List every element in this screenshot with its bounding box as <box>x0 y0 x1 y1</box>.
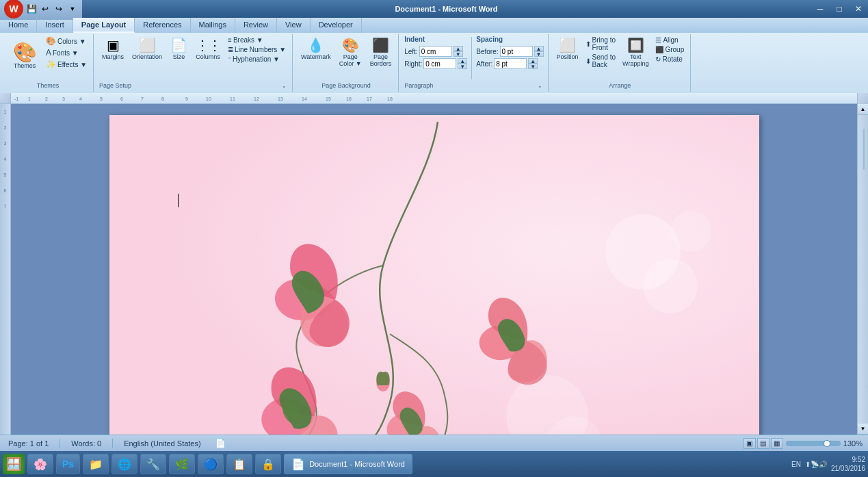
taskbar-app-tools[interactable]: 🔧 <box>140 454 166 474</box>
paragraph-expand-btn[interactable]: ⌄ <box>536 83 544 89</box>
columns-button[interactable]: ⋮⋮ Columns <box>193 36 223 62</box>
paragraph-group: Indent Left: ▲ ▼ Right: ▲ ▼ <box>400 34 548 92</box>
themes-button[interactable]: 🎨 Themes <box>7 36 42 77</box>
taskbar-word-label: Document1 - Microsoft Word <box>309 460 405 468</box>
taskbar-app-doc2[interactable]: 📋 <box>226 454 252 474</box>
group-label: Group <box>665 46 684 53</box>
quick-redo-btn[interactable]: ↪ <box>52 2 66 16</box>
spacing-after-spinners: ▲ ▼ <box>528 58 538 69</box>
spacing-after-down[interactable]: ▼ <box>528 64 538 69</box>
send-to-back-button[interactable]: ⬇ Send toBack <box>583 53 618 69</box>
breaks-button[interactable]: ≡ Breaks ▼ <box>226 36 288 44</box>
spacing-after-label: After: <box>476 60 492 68</box>
colors-button[interactable]: 🎨 Colors ▼ <box>44 36 89 47</box>
svg-point-24 <box>670 211 711 252</box>
arrange-group-content: ⬜ Position ⬆ Bring toFront ⬇ Send toBack… <box>554 36 687 81</box>
vruler-1: 1 <box>4 109 7 114</box>
indent-right-down[interactable]: ▼ <box>458 64 467 69</box>
indent-left-down[interactable]: ▼ <box>453 51 463 57</box>
indent-left-spinners: ▲ ▼ <box>453 46 463 57</box>
maximize-button[interactable]: □ <box>830 0 849 18</box>
doc-icon: 📄 <box>212 438 228 448</box>
ribbon-content: 🎨 Themes 🎨 Colors ▼ A Fonts ▼ ✨ Effects … <box>0 33 868 93</box>
size-button[interactable]: 📄 Size <box>168 36 190 62</box>
line-numbers-icon: ≣ <box>228 46 233 53</box>
bring-to-front-button[interactable]: ⬆ Bring toFront <box>583 36 618 52</box>
orientation-button[interactable]: ⬜ Orientation <box>129 36 165 62</box>
indent-right-input[interactable] <box>423 58 456 69</box>
orientation-icon: ⬜ <box>139 37 156 53</box>
bring-to-front-label: Bring toFront <box>592 36 616 51</box>
tab-review[interactable]: Review <box>235 18 277 33</box>
taskbar-app-flowers[interactable]: 🌸 <box>27 454 53 474</box>
margins-button[interactable]: ▣ Margins <box>99 36 127 62</box>
quick-access-dropdown[interactable]: ▼ <box>66 2 79 16</box>
vruler-4: 4 <box>4 157 7 162</box>
svg-text:12: 12 <box>254 96 259 101</box>
tab-view[interactable]: View <box>277 18 311 33</box>
arrange-group-label: Arrange <box>609 82 631 90</box>
taskbar-app-lock[interactable]: 🔒 <box>255 454 281 474</box>
ruler-top-area: -1 1 2 3 4 5 6 7 8 9 10 11 12 13 14 15 1… <box>0 93 868 104</box>
scroll-down-button[interactable]: ▼ <box>858 424 868 435</box>
scroll-thumb[interactable] <box>863 129 865 170</box>
page-borders-icon: ⬛ <box>372 37 389 53</box>
view-print-btn[interactable]: ▣ <box>744 438 756 449</box>
spacing-before-down[interactable]: ▼ <box>534 51 544 57</box>
watermark-button[interactable]: 💧 Watermark <box>298 36 334 62</box>
office-button[interactable]: W <box>4 0 23 18</box>
tab-mailings[interactable]: Mailings <box>191 18 235 33</box>
page-color-button[interactable]: 🎨 PageColor ▼ <box>337 36 365 68</box>
document-page[interactable] <box>109 115 759 435</box>
page-setup-group: ▣ Margins ⬜ Orientation 📄 Size ⋮⋮ Column… <box>95 34 293 92</box>
tab-developer[interactable]: Developer <box>311 18 362 33</box>
minimize-button[interactable]: ─ <box>811 0 830 18</box>
quick-save-btn[interactable]: 💾 <box>25 2 38 16</box>
title-bar: W 💾 ↩ ↪ ▼ Document1 - Microsoft Word ─ □… <box>0 0 868 18</box>
tab-home[interactable]: Home <box>0 18 37 33</box>
taskbar-app-photoshop[interactable]: Ps <box>56 454 80 474</box>
taskbar-app-folder[interactable]: 📁 <box>83 454 109 474</box>
group-button[interactable]: ⬛ Group <box>653 45 686 54</box>
arrange-col2: ☰ Align ⬛ Group ↻ Rotate <box>653 36 686 64</box>
svg-text:3: 3 <box>62 96 65 101</box>
scroll-up-button[interactable]: ▲ <box>858 104 868 115</box>
themes-group: 🎨 Themes 🎨 Colors ▼ A Fonts ▼ ✨ Effects … <box>3 34 94 92</box>
close-button[interactable]: ✕ <box>849 0 868 18</box>
zoom-thumb[interactable] <box>824 440 830 447</box>
spacing-after-input[interactable] <box>494 58 527 69</box>
align-button[interactable]: ☰ Align <box>653 36 686 44</box>
zoom-slider[interactable] <box>786 441 841 446</box>
view-web-btn[interactable]: ▦ <box>771 438 783 449</box>
position-button[interactable]: ⬜ Position <box>554 36 581 62</box>
breaks-icon: ≡ <box>228 36 232 44</box>
effects-button[interactable]: ✨ Effects ▼ <box>44 59 89 70</box>
line-numbers-button[interactable]: ≣ Line Numbers ▼ <box>226 45 288 54</box>
indent-right-spinners: ▲ ▼ <box>458 58 467 69</box>
ribbon-tabs: Home Insert Page Layout References Maili… <box>0 18 868 33</box>
page-setup-expand-btn[interactable]: ⌄ <box>280 83 288 89</box>
tab-insert[interactable]: Insert <box>37 18 73 33</box>
tab-page-layout[interactable]: Page Layout <box>73 18 135 33</box>
taskbar-app-green[interactable]: 🌿 <box>169 454 195 474</box>
themes-icon: 🎨 <box>13 43 37 62</box>
spacing-title: Spacing <box>476 36 543 43</box>
margins-icon: ▣ <box>107 37 120 53</box>
status-divider-1 <box>60 439 60 448</box>
taskbar-app-browser[interactable]: 🌐 <box>111 454 137 474</box>
fonts-button[interactable]: A Fonts ▼ <box>44 47 89 58</box>
spacing-before-input[interactable] <box>500 46 533 57</box>
indent-title: Indent <box>404 36 467 43</box>
text-wrapping-button[interactable]: 🔲 TextWrapping <box>620 36 651 68</box>
taskbar-app-blue[interactable]: 🔵 <box>198 454 224 474</box>
view-full-btn[interactable]: ▤ <box>757 438 770 449</box>
rotate-button[interactable]: ↻ Rotate <box>653 55 686 64</box>
tab-references[interactable]: References <box>135 18 190 33</box>
horizontal-ruler: -1 1 2 3 4 5 6 7 8 9 10 11 12 13 14 15 1… <box>11 93 857 104</box>
quick-undo-btn[interactable]: ↩ <box>38 2 52 16</box>
start-button[interactable]: 🪟 <box>3 454 25 474</box>
page-borders-button[interactable]: ⬛ PageBorders <box>367 36 395 68</box>
taskbar-word-doc[interactable]: 📄 Document1 - Microsoft Word <box>284 454 412 474</box>
indent-left-input[interactable] <box>419 46 452 57</box>
hyphenation-button[interactable]: ⁻ Hyphenation ▼ <box>226 55 288 64</box>
